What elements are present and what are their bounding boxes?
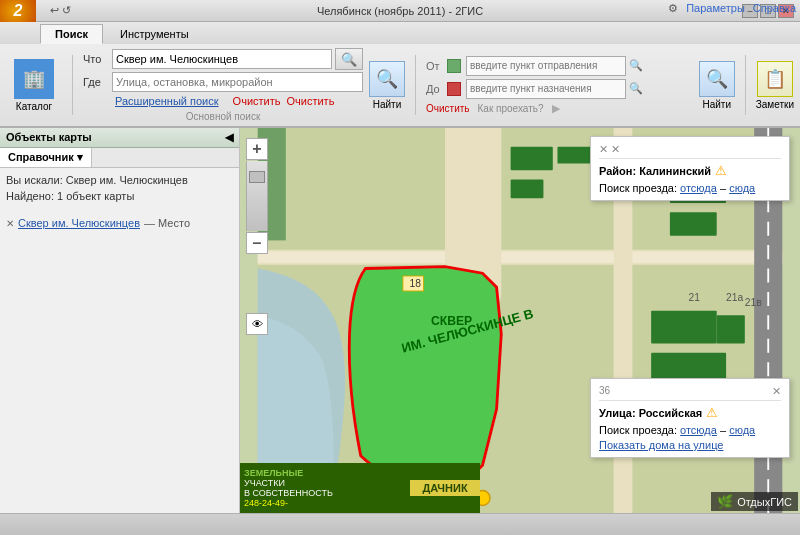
map-controls: + – <box>246 138 268 254</box>
banner-brand: ДАЧНИК <box>410 480 480 496</box>
banner-phone: 248-24-49- <box>244 498 406 508</box>
where-label: Где <box>83 76 109 88</box>
panel-title: Объекты карты <box>6 131 92 144</box>
popup-street-header: 36 ✕ <box>599 385 781 401</box>
panel-content: Вы искали: Сквер им. Челюскинцев Найдено… <box>0 168 239 513</box>
route-how-label: Как проехать? <box>478 103 544 114</box>
svg-text:21в: 21в <box>745 297 762 308</box>
settings-icon: ⚙ <box>668 2 678 15</box>
params-link[interactable]: Параметры <box>686 2 745 15</box>
zoom-slider[interactable] <box>246 161 268 231</box>
route-section: От 🔍 До 🔍 Очистить Как проехать? ▶ <box>426 56 693 115</box>
otdyx-label: ОтдыхГИС <box>737 496 792 508</box>
popup-district-to-link[interactable]: сюда <box>729 182 755 194</box>
overview-button[interactable]: 👁 <box>246 313 268 335</box>
route-collapse-icon: ▶ <box>552 102 560 115</box>
banner-content: ЗЕМЕЛЬНЫЕ УЧАСТКИ В СОБСТВЕННОСТЬ 248-24… <box>240 466 410 510</box>
svg-text:21а: 21а <box>726 292 743 303</box>
svg-text:18: 18 <box>409 278 421 289</box>
catalog-label: Каталог <box>16 101 52 112</box>
route-find-button[interactable]: 🔍 Найти <box>699 61 735 110</box>
popup-district-warn-icon: ⚠ <box>715 163 727 178</box>
find-button[interactable]: 🔍 Найти <box>369 61 405 110</box>
ribbon-tabs: Поиск Инструменты <box>0 22 800 44</box>
topright-links: ⚙ Параметры Справка <box>668 2 796 15</box>
ribbon: ⚙ Параметры Справка Поиск Инструменты 🏢 … <box>0 22 800 128</box>
popup-street-show-link[interactable]: Показать дома на улице <box>599 439 723 451</box>
svg-rect-10 <box>511 147 553 170</box>
otdyx-icon: 🌿 <box>717 494 733 509</box>
popup-street-route: Поиск проезда: отсюда – сюда <box>599 424 781 436</box>
popup-street-show-homes[interactable]: Показать дома на улице <box>599 439 781 451</box>
banner-line1: ЗЕМЕЛЬНЫЕ <box>244 468 406 478</box>
ribbon-content: 🏢 Каталог Что 🔍 Где Расширенный поиск Оч… <box>0 44 800 126</box>
panel-tab-directory[interactable]: Справочник ▾ <box>0 148 92 167</box>
popup-district-title: Район: Калининский <box>599 165 711 177</box>
popup-street-warn-icon: ⚠ <box>706 405 718 420</box>
quick-access: ↩ ↺ <box>50 4 71 17</box>
what-row: Что 🔍 <box>83 48 363 70</box>
popup-street-title: Улица: Российская <box>599 407 702 419</box>
where-row: Где <box>83 72 363 92</box>
search-icon-btn[interactable]: 🔍 <box>335 48 363 70</box>
result-item-link[interactable]: Сквер им. Челюскинцев <box>18 217 140 229</box>
popup-district-close-btn[interactable]: ✕ ✕ <box>599 143 620 156</box>
search-where-input[interactable] <box>112 72 363 92</box>
route-from-label: От <box>426 60 444 72</box>
find-icon: 🔍 <box>369 61 405 97</box>
advanced-search-link[interactable]: Расширенный поиск <box>115 95 219 107</box>
catalog-icon: 🏢 <box>14 59 54 99</box>
zoom-handle[interactable] <box>249 171 265 183</box>
map-area[interactable]: ИМ. ЧЕЛЮСКИНЦЕ В СКВЕР 18 19 21 21а 21в … <box>240 128 800 513</box>
route-find-icon: 🔍 <box>699 61 735 97</box>
svg-rect-16 <box>717 315 745 343</box>
popup-street-close-btn[interactable]: ✕ <box>772 385 781 398</box>
zoom-in-button[interactable]: + <box>246 138 268 160</box>
popup-street-from-link[interactable]: отсюда <box>680 424 717 436</box>
tab-search[interactable]: Поиск <box>40 24 103 44</box>
route-find-label: Найти <box>702 99 731 110</box>
route-from-input[interactable] <box>466 56 626 76</box>
panel-collapse-icon[interactable]: ◀ <box>225 131 233 144</box>
search-result-line1: Вы искали: Сквер им. Челюскинцев <box>6 174 233 186</box>
otdyx-widget[interactable]: 🌿 ОтдыхГИС <box>711 492 798 511</box>
route-from-icon <box>447 59 461 73</box>
notes-icon: 📋 <box>757 61 793 97</box>
popup-street-to-link[interactable]: сюда <box>729 424 755 436</box>
clear-search-btn[interactable]: Очистить <box>233 95 281 107</box>
what-label: Что <box>83 53 109 65</box>
popup-street-title-row: Улица: Российская ⚠ <box>599 405 781 420</box>
panel-tab-directory-label: Справочник ▾ <box>8 151 83 163</box>
popup-district: ✕ ✕ Район: Калининский ⚠ Поиск проезда: … <box>590 136 790 201</box>
popup-district-route-label: Поиск проезда: <box>599 182 677 194</box>
search-block: Что 🔍 Где Расширенный поиск ОчиститьОчис… <box>83 48 363 122</box>
basic-search-label: Основной поиск <box>83 111 363 122</box>
help-link[interactable]: Справка <box>753 2 796 15</box>
result-item-type: — Место <box>144 217 190 229</box>
banner-line2: УЧАСТКИ <box>244 478 406 488</box>
clear-label[interactable]: Очистить <box>286 95 334 107</box>
svg-rect-14 <box>670 212 717 235</box>
panel-header: Объекты карты ◀ <box>0 128 239 148</box>
notes-button[interactable]: 📋 Заметки <box>756 61 794 110</box>
popup-street: 36 ✕ Улица: Российская ⚠ Поиск проезда: … <box>590 378 790 458</box>
tab-tools[interactable]: Инструменты <box>105 24 204 44</box>
route-to-input[interactable] <box>466 79 626 99</box>
zoom-out-button[interactable]: – <box>246 232 268 254</box>
search-what-input[interactable] <box>112 49 332 69</box>
popup-street-num: 36 <box>599 385 610 398</box>
popup-district-from-link[interactable]: отсюда <box>680 182 717 194</box>
result-item[interactable]: ✕ Сквер им. Челюскинцев — Место <box>6 214 233 232</box>
popup-street-route-label: Поиск проезда: <box>599 424 677 436</box>
left-panel: Объекты карты ◀ Справочник ▾ Вы искали: … <box>0 128 240 513</box>
route-clear-btn[interactable]: Очистить <box>426 103 470 114</box>
route-to-search-icon: 🔍 <box>629 82 643 95</box>
ribbon-divider-2 <box>415 55 416 115</box>
svg-rect-17 <box>651 353 726 381</box>
main-area: Объекты карты ◀ Справочник ▾ Вы искали: … <box>0 128 800 513</box>
catalog-button[interactable]: 🏢 Каталог <box>6 55 62 116</box>
bottom-bar <box>0 513 800 535</box>
popup-district-header: ✕ ✕ <box>599 143 781 159</box>
ribbon-divider-3 <box>745 55 746 115</box>
route-bottom-row: Очистить Как проехать? ▶ <box>426 102 693 115</box>
